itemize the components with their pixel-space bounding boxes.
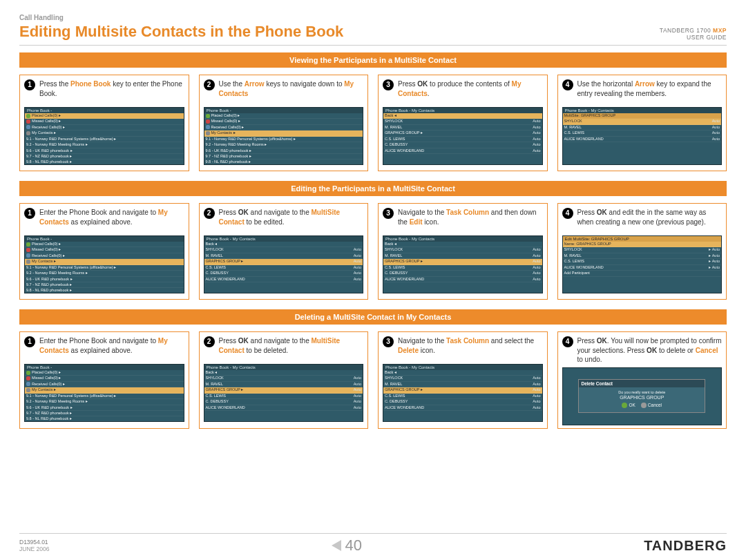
dialog-line: Do you really want to delete bbox=[581, 390, 702, 394]
step-text: Use the Arrow keys to navigate down to M… bbox=[219, 79, 364, 98]
step-badge-icon: 1 bbox=[24, 208, 35, 219]
step-badge-icon: 2 bbox=[204, 336, 215, 347]
device-screenshot: Phone Book - Placed Calls(0) ▸ Missed Ca… bbox=[24, 235, 184, 293]
step-badge-icon: 3 bbox=[383, 336, 394, 347]
ok-icon bbox=[622, 403, 627, 408]
step-badge-icon: 1 bbox=[24, 336, 35, 347]
step-card: 1 Enter the Phone Book and navigate to M… bbox=[19, 203, 189, 300]
delete-dialog: Delete Contact Do you really want to del… bbox=[578, 379, 705, 413]
step-text: Press OK and edit the in the same way as… bbox=[577, 208, 723, 226]
device-screenshot: Edit MultiSite: GRAPHICS GROUP Name: GRA… bbox=[562, 235, 723, 293]
device-screenshot: Phone Book - Placed Calls(0) ▸ Missed Ca… bbox=[24, 107, 184, 165]
dialog-title: Delete Contact bbox=[579, 380, 705, 387]
step-card: 3 Press OK to produce the contents of My… bbox=[378, 75, 548, 171]
step-card: 2 Press OK and navigate to the MultiSite… bbox=[199, 331, 369, 429]
step-text: Press OK and navigate to the MultiSite C… bbox=[219, 336, 364, 355]
step-text: Press OK and navigate to the MultiSite C… bbox=[219, 208, 364, 226]
step-card: 4 Use the horizontal Arrow key to expand… bbox=[557, 75, 727, 171]
prev-page-arrow-icon[interactable] bbox=[332, 540, 341, 551]
product-line1a: TANDBERG 1700 bbox=[660, 27, 713, 34]
step-card: 3 Navigate to the Task Column and then d… bbox=[378, 203, 548, 300]
device-screenshot: Phone Book - My Contacts Back ◂ SHYLOCKA… bbox=[383, 364, 543, 422]
page-title: Editing Multisite Contacts in the Phone … bbox=[19, 23, 343, 41]
product-line2: USER GUIDE bbox=[687, 34, 727, 41]
page-header: Call Handling Editing Multisite Contacts… bbox=[19, 14, 727, 41]
step-badge-icon: 3 bbox=[383, 79, 394, 90]
step-card: 2 Press OK and navigate to the MultiSite… bbox=[199, 203, 369, 300]
step-badge-icon: 3 bbox=[383, 208, 394, 219]
section-bar-viewing: Viewing the Participants in a MultiSite … bbox=[19, 52, 727, 68]
page-body: Call Handling Editing Multisite Contacts… bbox=[0, 0, 746, 429]
step-card: 3 Navigate to the Task Column and select… bbox=[378, 331, 548, 429]
page-footer: D13954.01 JUNE 2006 40 TANDBERG bbox=[19, 533, 727, 554]
brand-logo: TANDBERG bbox=[644, 538, 727, 554]
device-screenshot: Phone Book - My Contacts MultiSite: GRAP… bbox=[562, 107, 723, 165]
device-screenshot: Phone Book - Placed Calls(0) ▸ Missed Ca… bbox=[24, 364, 184, 422]
device-screenshot: Phone Book - My Contacts Back ◂ SHYLOCKA… bbox=[383, 235, 543, 293]
doc-date: JUNE 2006 bbox=[19, 545, 49, 552]
dialog-cancel-button[interactable]: Cancel bbox=[641, 403, 662, 408]
product-id: TANDBERG 1700 MXP USER GUIDE bbox=[660, 27, 727, 41]
device-screenshot: Phone Book - Placed Calls(0) ▸ Missed Ca… bbox=[204, 107, 364, 165]
section-bar-deleting: Deleting a MultiSite Contact in My Conta… bbox=[19, 309, 727, 325]
step-text: Enter the Phone Book and navigate to My … bbox=[39, 336, 184, 355]
step-badge-icon: 2 bbox=[204, 79, 215, 90]
product-line1b: MXP bbox=[713, 27, 727, 34]
divider bbox=[19, 45, 727, 46]
step-card: 4 Press OK. You will now be prompted to … bbox=[557, 331, 727, 429]
doc-id-block: D13954.01 JUNE 2006 bbox=[19, 539, 49, 552]
device-screenshot: Phone Book - My Contacts Back ◂ SHYLOCKA… bbox=[204, 364, 364, 422]
step-text: Navigate to the Task Column and then dow… bbox=[398, 208, 543, 226]
breadcrumb: Call Handling bbox=[19, 14, 343, 21]
cancel-icon bbox=[641, 403, 647, 408]
step-badge-icon: 4 bbox=[562, 208, 573, 219]
step-badge-icon: 4 bbox=[562, 79, 573, 90]
dialog-ok-button[interactable]: OK bbox=[622, 403, 635, 408]
step-card: 4 Press OK and edit the in the same way … bbox=[557, 203, 727, 300]
row-deleting: 1 Enter the Phone Book and navigate to M… bbox=[19, 331, 727, 429]
step-text: Press OK. You will now be prompted to co… bbox=[577, 336, 723, 365]
step-text: Navigate to the Task Column and select t… bbox=[398, 336, 543, 355]
step-badge-icon: 1 bbox=[24, 79, 35, 90]
section-bar-editing: Editing the Participants in a MultiSite … bbox=[19, 181, 727, 196]
device-screenshot-dialog: Delete Contact Do you really want to del… bbox=[562, 367, 723, 425]
doc-id: D13954.01 bbox=[19, 539, 48, 545]
device-screenshot: Phone Book - My Contacts Back ◂ SHYLOCKA… bbox=[204, 235, 364, 293]
step-text: Press the Phone Book key to enter the Ph… bbox=[39, 79, 184, 98]
step-card: 1 Press the Phone Book key to enter the … bbox=[19, 75, 189, 171]
step-badge-icon: 4 bbox=[562, 336, 573, 347]
step-text: Use the horizontal Arrow key to expand t… bbox=[577, 79, 723, 98]
dialog-group: GRAPHICS GROUP bbox=[581, 395, 702, 400]
step-text: Press OK to produce the contents of My C… bbox=[398, 79, 543, 98]
step-badge-icon: 2 bbox=[204, 208, 215, 219]
step-card: 1 Enter the Phone Book and navigate to M… bbox=[19, 331, 189, 429]
row-viewing: 1 Press the Phone Book key to enter the … bbox=[19, 75, 727, 171]
device-screenshot: Phone Book - My Contacts Back ◂ SHYLOCKA… bbox=[383, 107, 543, 165]
step-card: 2 Use the Arrow keys to navigate down to… bbox=[199, 75, 369, 171]
step-text: Enter the Phone Book and navigate to My … bbox=[39, 208, 184, 226]
row-editing: 1 Enter the Phone Book and navigate to M… bbox=[19, 203, 727, 300]
page-number: 40 bbox=[332, 537, 362, 554]
